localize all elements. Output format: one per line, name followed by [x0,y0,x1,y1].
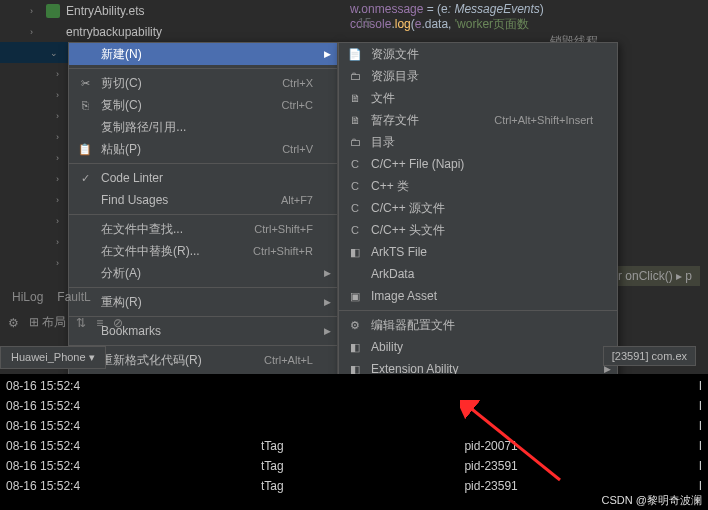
toolbar-button[interactable]: ⊘ [113,316,123,330]
menu-icon: 🗎 [347,90,363,106]
menu-item-arkts-file[interactable]: ◧ArkTS File [339,241,617,263]
menu-item--r-[interactable]: ≡重新格式化代码(R)Ctrl+Alt+L [69,349,337,371]
menu-label: C/C++ 头文件 [371,222,593,239]
menu-item-c-[interactable]: CC++ 类 [339,175,617,197]
chevron-icon: › [56,69,66,79]
log-line: 08-16 15:52:4tTagpid-23591I [6,456,702,476]
menu-item--[interactable]: 复制路径/引用... [69,116,337,138]
menu-label: 复制路径/引用... [101,119,313,136]
menu-icon [77,265,93,281]
menu-label: Code Linter [101,171,313,185]
menu-item-c-c-file-napi-[interactable]: CC/C++ File (Napi) [339,153,617,175]
menu-item--c-[interactable]: ⎘复制(C)Ctrl+C [69,94,337,116]
chevron-icon: › [56,216,66,226]
menu-item-arkdata[interactable]: ArkData [339,263,617,285]
menu-label: 重构(R) [101,294,313,311]
toolbar-button[interactable]: ≡ [96,316,103,330]
terminal[interactable]: 08-16 15:52:4I08-16 15:52:4I08-16 15:52:… [0,374,708,510]
menu-item--[interactable]: ⚙编辑器配置文件 [339,314,617,336]
fold-icon [46,25,60,39]
menu-icon: ✂ [77,75,93,91]
chevron-icon: › [56,111,66,121]
menu-label: ArkTS File [371,245,593,259]
device-selector[interactable]: Huawei_Phone ▾ [0,346,106,369]
menu-icon: 📋 [77,141,93,157]
chevron-right-icon: ▶ [324,297,331,307]
menu-icon: 📄 [347,46,363,62]
menu-label: 剪切(C) [101,75,254,92]
menu-item--r-[interactable]: 重构(R)▶ [69,291,337,313]
menu-item--[interactable]: 🗎文件 [339,87,617,109]
shortcut: Ctrl+C [262,99,313,111]
menu-icon: 🗀 [347,134,363,150]
chevron-icon: › [56,258,66,268]
menu-label: 暂存文件 [371,112,466,129]
code-text: w.onmessage = (e: MessageEvents) [350,2,544,16]
chevron-icon: › [56,237,66,247]
menu-icon: ⚙ [347,317,363,333]
log-line: 08-16 15:52:4tTagpid-20071I [6,436,702,456]
menu-item--[interactable]: 🗀资源目录 [339,65,617,87]
tree-label: EntryAbility.ets [66,4,144,18]
tree-item[interactable]: ›entrybackupability [0,21,220,42]
menu-icon [77,192,93,208]
menu-label: 复制(C) [101,97,254,114]
menu-label: 资源文件 [371,46,593,63]
menu-icon: ⎘ [77,97,93,113]
menu-label: 在文件中查找... [101,221,226,238]
chevron-right-icon: ▶ [324,49,331,59]
menu-label: 目录 [371,134,593,151]
shortcut: Ctrl+X [262,77,313,89]
menu-item-c-c-[interactable]: CC/C++ 源文件 [339,197,617,219]
menu-item-ability[interactable]: ◧Ability [339,336,617,358]
log-line: 08-16 15:52:4I [6,416,702,436]
menu-icon: 🗀 [347,68,363,84]
tab[interactable]: FaultL [57,290,90,304]
tree-item[interactable]: ›EntryAbility.ets [0,0,220,21]
menu-item--[interactable]: 🗀目录 [339,131,617,153]
menu-label: 资源目录 [371,68,593,85]
menu-label: Ability [371,340,593,354]
menu-item-c-c-[interactable]: CC/C++ 头文件 [339,219,617,241]
menu-label: 在文件中替换(R)... [101,243,225,260]
menu-item--r-[interactable]: 在文件中替换(R)...Ctrl+Shift+R [69,240,337,262]
chevron-icon: › [56,132,66,142]
chevron-icon: › [30,6,40,16]
menu-label: Image Asset [371,289,593,303]
toolbar-button[interactable]: ⇅ [76,316,86,330]
menu-label: 文件 [371,90,593,107]
watermark: CSDN @黎明奇波澜 [602,493,702,508]
menu-label: 粘贴(P) [101,141,254,158]
toolbar-button[interactable]: ⊞ 布局 [29,314,66,331]
menu-item--[interactable]: 🗎暂存文件Ctrl+Alt+Shift+Insert [339,109,617,131]
shortcut: Ctrl+Alt+Shift+Insert [474,114,593,126]
shortcut: Alt+F7 [261,194,313,206]
tab[interactable]: HiLog [12,290,43,304]
menu-label: C/C++ File (Napi) [371,157,593,171]
menu-icon: C [347,200,363,216]
menu-icon: ◧ [347,339,363,355]
shortcut: Ctrl+Shift+F [234,223,313,235]
line-number: 15 [358,16,371,30]
menu-icon [77,46,93,62]
log-line: 08-16 15:52:4I [6,376,702,396]
menu-item-find-usages[interactable]: Find UsagesAlt+F7 [69,189,337,211]
menu-icon [347,266,363,282]
process-tag[interactable]: [23591] com.ex [603,346,696,366]
toolbar-button[interactable]: ⚙ [8,316,19,330]
menu-icon [77,243,93,259]
menu-item--n-[interactable]: 新建(N)▶ [69,43,337,65]
menu-item--[interactable]: 📄资源文件 [339,43,617,65]
menu-item-code-linter[interactable]: ✓Code Linter [69,167,337,189]
ets-icon [46,4,60,18]
menu-item--p-[interactable]: 📋粘贴(P)Ctrl+V [69,138,337,160]
menu-item--c-[interactable]: ✂剪切(C)Ctrl+X [69,72,337,94]
menu-label: C/C++ 源文件 [371,200,593,217]
menu-item-image-asset[interactable]: ▣Image Asset [339,285,617,307]
menu-item--[interactable]: 在文件中查找...Ctrl+Shift+F [69,218,337,240]
menu-label: Bookmarks [101,324,313,338]
menu-label: C++ 类 [371,178,593,195]
menu-item--a-[interactable]: 分析(A)▶ [69,262,337,284]
shortcut: Ctrl+Alt+L [244,354,313,366]
chevron-right-icon: ▶ [324,326,331,336]
